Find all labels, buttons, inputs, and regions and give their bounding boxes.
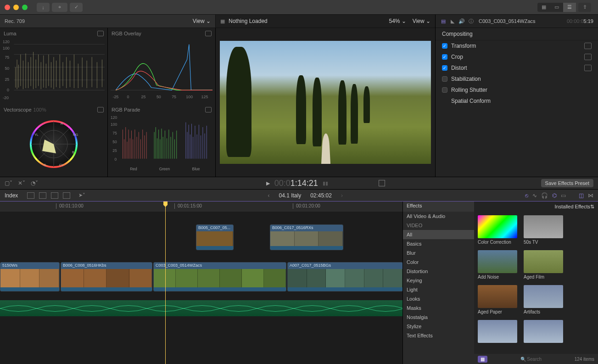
- timeline-clip[interactable]: 5150Ws: [0, 262, 60, 291]
- save-effects-preset-button[interactable]: Save Effects Preset: [541, 179, 593, 187]
- effect-color-correction[interactable]: Color Correction: [478, 215, 517, 245]
- color-inspector-tab[interactable]: ◣: [449, 18, 456, 24]
- append-clip-button[interactable]: [51, 192, 58, 199]
- timeline-history-fwd[interactable]: ›: [341, 192, 343, 199]
- inspector-row-rolling-shutter[interactable]: Rolling Shutter: [436, 84, 598, 95]
- effect-partial[interactable]: [524, 320, 563, 344]
- view-menu[interactable]: View ⌄: [413, 18, 430, 24]
- checkbox[interactable]: [442, 87, 447, 93]
- onscreen-control-icon[interactable]: [584, 54, 592, 60]
- effect-50s-tv[interactable]: 50s TV: [524, 215, 563, 245]
- scopes-view-menu[interactable]: View ⌄: [193, 18, 211, 24]
- close-window-button[interactable]: [5, 5, 10, 10]
- inspector-row-stabilization[interactable]: Stabilization: [436, 73, 598, 84]
- timeline-ruler[interactable]: │ 00:01:10:00│ 00:01:15:00│ 00:01:20:00: [0, 202, 402, 212]
- effect-category-looks[interactable]: Looks: [403, 294, 474, 303]
- effect-category-blur[interactable]: Blur: [403, 248, 474, 258]
- effect-category-nostalgia[interactable]: Nostalgia: [403, 313, 474, 322]
- inspector-row-crop[interactable]: ✓Crop: [436, 51, 598, 62]
- play-button[interactable]: ▶: [266, 180, 270, 186]
- viewer-title: Nothing Loaded: [229, 18, 268, 24]
- effect-partial[interactable]: [478, 320, 517, 344]
- timeline-index-button[interactable]: Index: [5, 192, 18, 199]
- checkbox[interactable]: ✓: [442, 54, 447, 60]
- enhancement-tool[interactable]: ◔˅: [31, 180, 38, 186]
- skimming-toggle[interactable]: ⎋: [525, 192, 528, 199]
- onscreen-control-icon[interactable]: [584, 65, 592, 71]
- share-button[interactable]: ⇧: [578, 3, 591, 12]
- timeline-clip[interactable]: B006_C008_0516HKbs: [61, 262, 152, 291]
- checkbox[interactable]: ✓: [442, 65, 447, 71]
- inspector-row-transform[interactable]: ✓Transform: [436, 40, 598, 51]
- effect-category-stylize[interactable]: Stylize: [403, 322, 474, 331]
- effect-category-distortion[interactable]: Distortion: [403, 267, 474, 276]
- info-inspector-tab[interactable]: ⓘ: [468, 18, 474, 24]
- checkbox[interactable]: [442, 76, 447, 82]
- snapping-toggle[interactable]: ⌬: [552, 192, 557, 199]
- audio-track[interactable]: [0, 300, 402, 316]
- scope-settings-icon[interactable]: [205, 31, 212, 36]
- effect-category-masks[interactable]: Masks: [403, 303, 474, 313]
- connect-clip-button[interactable]: [27, 192, 34, 199]
- effect-category-all[interactable]: All: [403, 230, 474, 239]
- insert-clip-button[interactable]: [39, 192, 46, 199]
- inspector-row-distort[interactable]: ✓Distort: [436, 62, 598, 73]
- timeline-clip[interactable]: C003_C003_0514WZacs: [153, 262, 286, 291]
- effect-category-light[interactable]: Light: [403, 285, 474, 294]
- effects-search-input[interactable]: 🔍 Search: [492, 357, 570, 362]
- viewer-canvas[interactable]: [220, 41, 431, 164]
- transform-tool[interactable]: ▢˅: [5, 180, 12, 186]
- luma-scope: Luma 1201007550250-20: [0, 28, 108, 104]
- timeline-clip[interactable]: A007_C017_0515BGs: [287, 262, 402, 291]
- svg-text:G: G: [44, 163, 46, 167]
- keyword-editor-button[interactable]: ⌖: [52, 3, 67, 12]
- timeline[interactable]: │ 00:01:10:00│ 00:01:15:00│ 00:01:20:00 …: [0, 202, 402, 364]
- select-tool[interactable]: ➤˅: [78, 192, 85, 198]
- effect-category-text-effects[interactable]: Text Effects: [403, 331, 474, 340]
- clip-appearance-button[interactable]: ▭: [561, 192, 566, 199]
- overwrite-clip-button[interactable]: [63, 192, 70, 199]
- retiming-tool[interactable]: ✕˅: [18, 180, 25, 186]
- checkbox[interactable]: ✓: [442, 43, 447, 49]
- timeline-history-back[interactable]: ‹: [268, 192, 269, 199]
- clip-label: B006_C017_0516RXs: [270, 225, 343, 231]
- zoom-window-button[interactable]: [22, 5, 28, 10]
- effect-category-keying[interactable]: Keying: [403, 276, 474, 285]
- scope-settings-icon[interactable]: [97, 31, 104, 36]
- effect-name: 50s TV: [524, 240, 563, 245]
- effect-add-noise[interactable]: Add Noise: [478, 250, 517, 280]
- playhead-timecode[interactable]: 00:01:14:21: [274, 178, 318, 188]
- minimize-window-button[interactable]: [13, 5, 19, 10]
- effect-aged-film[interactable]: Aged Film: [524, 250, 563, 280]
- import-button[interactable]: ↓: [37, 3, 50, 12]
- playhead[interactable]: [165, 202, 166, 364]
- effects-browser-toggle[interactable]: ◫: [579, 192, 584, 199]
- solo-toggle[interactable]: 🎧: [541, 192, 548, 199]
- svg-text:100: 100: [111, 122, 117, 127]
- fullscreen-button[interactable]: [379, 180, 385, 186]
- effect-category-video[interactable]: VIDEO: [403, 221, 474, 230]
- effect-aged-paper[interactable]: Aged Paper: [478, 285, 517, 314]
- timeline-toggle[interactable]: ▭: [550, 3, 563, 12]
- audio-skimming-toggle[interactable]: ∿: [532, 192, 537, 199]
- scope-settings-icon[interactable]: [97, 107, 104, 112]
- audio-inspector-tab[interactable]: 🔊: [458, 18, 465, 24]
- scope-settings-icon[interactable]: [205, 107, 212, 112]
- inspector-toggle[interactable]: ☰: [563, 3, 576, 12]
- background-tasks-button[interactable]: ✓: [70, 3, 83, 12]
- effect-artifacts[interactable]: Artifacts: [524, 285, 563, 314]
- zoom-menu[interactable]: 54% ⌄: [389, 18, 406, 24]
- svg-text:75: 75: [5, 55, 9, 60]
- video-inspector-tab[interactable]: ▤: [440, 18, 447, 24]
- effect-category-color[interactable]: Color: [403, 258, 474, 267]
- installed-effects-menu[interactable]: Installed Effects⇅: [555, 204, 594, 210]
- browser-toggle[interactable]: ▦: [537, 3, 550, 12]
- timeline-clip[interactable]: B006_C017_0516RXs: [270, 224, 343, 250]
- timeline-clip[interactable]: B005_C007_05...: [196, 224, 234, 250]
- transitions-browser-toggle[interactable]: ⋈: [588, 192, 593, 199]
- effect-category-basics[interactable]: Basics: [403, 239, 474, 248]
- spatial-conform-row[interactable]: Spatial Conform: [442, 98, 592, 104]
- effect-category-all-video-audio[interactable]: All Video & Audio: [403, 212, 474, 221]
- onscreen-control-icon[interactable]: [584, 43, 592, 49]
- effects-view-button[interactable]: ▦: [478, 356, 487, 363]
